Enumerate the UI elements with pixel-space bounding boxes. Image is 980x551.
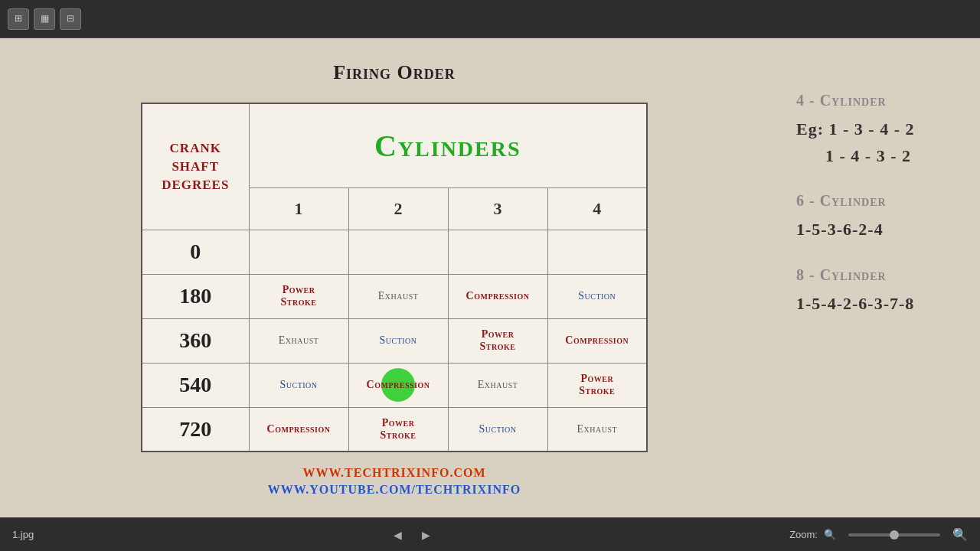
four-cyl-title: 4 - Cylinder bbox=[796, 92, 949, 109]
cell-540-4: PowerStroke bbox=[547, 363, 647, 407]
degree-720: 720 bbox=[142, 407, 249, 452]
cylinders-header: Cylinders bbox=[249, 103, 647, 187]
prev-arrow[interactable]: ◀ bbox=[387, 526, 408, 544]
main-area: Firing Order CRANKSHAFTDEGREES Cylinders… bbox=[0, 38, 980, 517]
crank-shaft-header: CRANKSHAFTDEGREES bbox=[142, 103, 249, 230]
status-left: 1.jpg bbox=[12, 529, 34, 540]
cell-720-4: Exhaust bbox=[547, 407, 647, 452]
table-header-row: CRANKSHAFTDEGREES Cylinders bbox=[142, 103, 647, 187]
cyl-2-header: 2 bbox=[348, 187, 448, 230]
eight-cylinder-section: 8 - Cylinder 1-5-4-2-6-3-7-8 bbox=[796, 266, 949, 317]
content-wrapper: Firing Order CRANKSHAFTDEGREES Cylinders… bbox=[31, 61, 758, 497]
degree-0: 0 bbox=[142, 230, 249, 274]
cyl-1-header: 1 bbox=[249, 187, 348, 230]
cell-0-2 bbox=[348, 230, 448, 274]
eight-cyl-title: 8 - Cylinder bbox=[796, 266, 949, 284]
footer-link-2[interactable]: WWW.YOUTUBE.COM/TECHTRIXINFO bbox=[268, 483, 521, 497]
status-center: ◀ ▶ bbox=[387, 526, 436, 544]
cell-360-1: Exhaust bbox=[249, 318, 348, 363]
eight-cyl-content: 1-5-4-2-6-3-7-8 bbox=[796, 290, 949, 317]
four-cylinder-section: 4 - Cylinder Eg: 1 - 3 - 4 - 2 1 - 4 - 3… bbox=[796, 92, 949, 169]
toolbar: ⊞ ▦ ⊟ bbox=[0, 0, 980, 38]
table-row-540: 540 Suction Com­pres­sion Exhaust PowerS… bbox=[142, 363, 647, 407]
four-cyl-content: Eg: 1 - 3 - 4 - 2 1 - 4 - 3 - 2 bbox=[796, 116, 949, 169]
zoom-slider-thumb bbox=[890, 530, 899, 540]
cell-720-1: Compression bbox=[249, 407, 348, 452]
page-title: Firing Order bbox=[333, 61, 456, 84]
cyl-3-header: 3 bbox=[448, 187, 547, 230]
cell-720-2: PowerStroke bbox=[348, 407, 448, 452]
four-cyl-example1: Eg: 1 - 3 - 4 - 2 bbox=[796, 116, 949, 142]
status-right: Zoom: 🔍 🔍 bbox=[789, 527, 968, 542]
filename-label: 1.jpg bbox=[12, 529, 34, 540]
cell-540-2: Com­pres­sion bbox=[348, 363, 448, 407]
six-cylinder-section: 6 - Cylinder 1-5-3-6-2-4 bbox=[796, 192, 949, 243]
degree-540: 540 bbox=[142, 363, 249, 407]
footer-links: WWW.TECHTRIXINFO.COM WWW.YOUTUBE.COM/TEC… bbox=[268, 466, 521, 497]
cell-0-1 bbox=[249, 230, 348, 274]
cell-360-3: PowerStroke bbox=[448, 318, 547, 363]
four-cyl-example2: 1 - 4 - 3 - 2 bbox=[796, 142, 949, 169]
right-sidebar: 4 - Cylinder Eg: 1 - 3 - 4 - 2 1 - 4 - 3… bbox=[796, 92, 949, 340]
toolbar-btn-2[interactable]: ▦ bbox=[34, 8, 55, 30]
cell-0-4 bbox=[547, 230, 647, 274]
cell-180-4: Suction bbox=[547, 274, 647, 318]
cell-180-1: PowerStroke bbox=[249, 274, 348, 318]
cell-540-3: Exhaust bbox=[448, 363, 547, 407]
table-row-180: 180 PowerStroke Exhaust Compression Suct… bbox=[142, 274, 647, 318]
cell-180-3: Compression bbox=[448, 274, 547, 318]
zoom-label: Zoom: bbox=[789, 529, 818, 540]
toolbar-btn-1[interactable]: ⊞ bbox=[8, 8, 29, 30]
table-row-360: 360 Exhaust Suction PowerStroke Compress… bbox=[142, 318, 647, 363]
cell-0-3 bbox=[448, 230, 547, 274]
six-cyl-title: 6 - Cylinder bbox=[796, 192, 949, 210]
next-arrow[interactable]: ▶ bbox=[416, 526, 436, 544]
cylinders-label: Cylinders bbox=[374, 129, 521, 163]
zoom-slider[interactable] bbox=[848, 533, 940, 536]
six-cyl-content: 1-5-3-6-2-4 bbox=[796, 216, 949, 243]
zoom-icon-left: 🔍 bbox=[824, 529, 836, 540]
cell-360-2: Suction bbox=[348, 318, 448, 363]
table-row-0: 0 bbox=[142, 230, 647, 274]
cell-360-4: Compression bbox=[547, 318, 647, 363]
degree-180: 180 bbox=[142, 274, 249, 318]
zoom-icon-right: 🔍 bbox=[952, 527, 968, 542]
cell-180-2: Exhaust bbox=[348, 274, 448, 318]
firing-table: CRANKSHAFTDEGREES Cylinders 1 2 3 4 0 bbox=[141, 103, 648, 452]
status-bar: 1.jpg ◀ ▶ Zoom: 🔍 🔍 bbox=[0, 517, 980, 551]
cell-720-3: Suction bbox=[448, 407, 547, 452]
table-row-720: 720 Compression PowerStroke Suction Exha… bbox=[142, 407, 647, 452]
degree-360: 360 bbox=[142, 318, 249, 363]
toolbar-btn-3[interactable]: ⊟ bbox=[60, 8, 81, 30]
cyl-4-header: 4 bbox=[547, 187, 647, 230]
footer-link-1[interactable]: WWW.TECHTRIXINFO.COM bbox=[268, 466, 521, 480]
cell-540-1: Suction bbox=[249, 363, 348, 407]
